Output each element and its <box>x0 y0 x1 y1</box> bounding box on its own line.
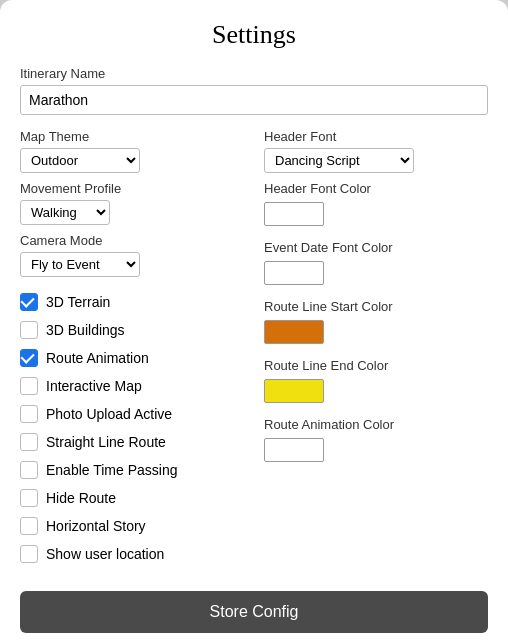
checkbox-interactive-map[interactable] <box>20 377 38 395</box>
checkbox-row-route-animation: Route Animation <box>20 349 244 367</box>
checkbox-route-animation[interactable] <box>20 349 38 367</box>
route-line-end-color-picker[interactable] <box>264 379 324 403</box>
itinerary-name-label: Itinerary Name <box>20 66 488 81</box>
checkbox-row-photo-upload: Photo Upload Active <box>20 405 244 423</box>
checkbox-row-straight-line: Straight Line Route <box>20 433 244 451</box>
store-config-button[interactable]: Store Config <box>20 591 488 633</box>
checkbox-buildings-label: 3D Buildings <box>46 322 125 338</box>
checkbox-interactive-map-label: Interactive Map <box>46 378 142 394</box>
checkbox-row-buildings: 3D Buildings <box>20 321 244 339</box>
checkbox-row-terrain: 3D Terrain <box>20 293 244 311</box>
header-font-color-picker[interactable] <box>264 202 324 226</box>
camera-mode-select[interactable]: Fly to Event Fixed Follow <box>20 252 140 277</box>
settings-panel: Settings Itinerary Name Map Theme Outdoo… <box>0 0 508 641</box>
checkbox-terrain[interactable] <box>20 293 38 311</box>
checkbox-hide-route-label: Hide Route <box>46 490 116 506</box>
checkbox-row-user-location: Show user location <box>20 545 244 563</box>
movement-profile-select[interactable]: Walking Cycling Driving Flying <box>20 200 110 225</box>
checkbox-hide-route[interactable] <box>20 489 38 507</box>
checkbox-photo-upload-label: Photo Upload Active <box>46 406 172 422</box>
right-column: Header Font Dancing Script Arial Georgia… <box>254 129 488 573</box>
route-line-end-color-label: Route Line End Color <box>264 358 488 373</box>
checkbox-straight-line-label: Straight Line Route <box>46 434 166 450</box>
checkbox-terrain-label: 3D Terrain <box>46 294 110 310</box>
checkbox-row-hide-route: Hide Route <box>20 489 244 507</box>
checkbox-row-horizontal-story: Horizontal Story <box>20 517 244 535</box>
checkbox-user-location-label: Show user location <box>46 546 164 562</box>
checkbox-buildings[interactable] <box>20 321 38 339</box>
checkbox-photo-upload[interactable] <box>20 405 38 423</box>
checkbox-horizontal-story[interactable] <box>20 517 38 535</box>
map-theme-select[interactable]: Outdoor Street Satellite Terrain <box>20 148 140 173</box>
checkbox-horizontal-story-label: Horizontal Story <box>46 518 146 534</box>
checkbox-time-passing-label: Enable Time Passing <box>46 462 178 478</box>
itinerary-name-input[interactable] <box>20 85 488 115</box>
checkbox-time-passing[interactable] <box>20 461 38 479</box>
event-date-font-color-picker[interactable] <box>264 261 324 285</box>
route-animation-color-picker[interactable] <box>264 438 324 462</box>
checkbox-straight-line[interactable] <box>20 433 38 451</box>
event-date-font-color-label: Event Date Font Color <box>264 240 488 255</box>
checkbox-row-time-passing: Enable Time Passing <box>20 461 244 479</box>
checkbox-row-interactive-map: Interactive Map <box>20 377 244 395</box>
route-line-start-color-label: Route Line Start Color <box>264 299 488 314</box>
checkbox-route-animation-label: Route Animation <box>46 350 149 366</box>
map-theme-label: Map Theme <box>20 129 244 144</box>
header-font-color-label: Header Font Color <box>264 181 488 196</box>
route-animation-color-label: Route Animation Color <box>264 417 488 432</box>
checkbox-user-location[interactable] <box>20 545 38 563</box>
header-font-select[interactable]: Dancing Script Arial Georgia Times New R… <box>264 148 414 173</box>
page-title: Settings <box>20 20 488 50</box>
route-line-start-color-picker[interactable] <box>264 320 324 344</box>
header-font-label: Header Font <box>264 129 488 144</box>
camera-mode-label: Camera Mode <box>20 233 244 248</box>
left-column: Map Theme Outdoor Street Satellite Terra… <box>20 129 244 573</box>
movement-profile-label: Movement Profile <box>20 181 244 196</box>
